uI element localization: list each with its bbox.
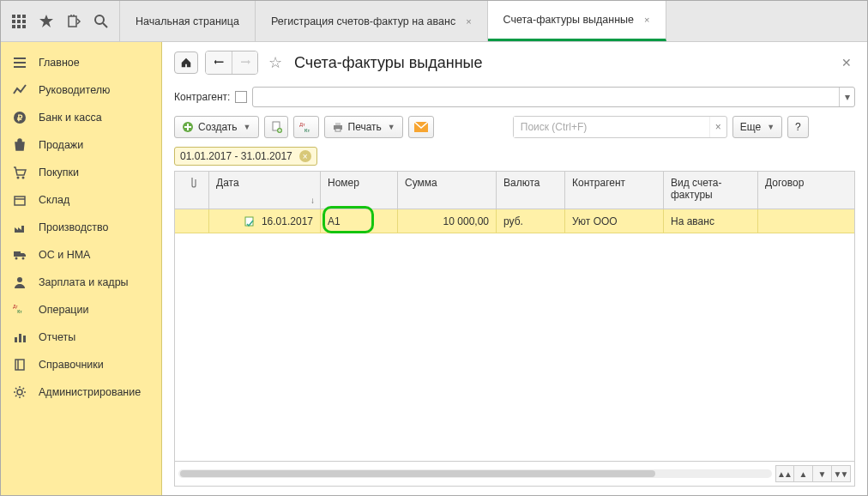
help-button[interactable]: ? [787, 116, 809, 138]
sidebar-label: Склад [39, 194, 69, 206]
sidebar-item-bank[interactable]: ₽Банк и касса [1, 104, 161, 131]
forward-button[interactable]: 🠖 [232, 51, 257, 74]
nav-down-button[interactable]: ▼ [813, 465, 832, 482]
sidebar-label: Главное [39, 57, 80, 69]
search-input[interactable] [514, 117, 709, 137]
svg-rect-8 [22, 25, 26, 28]
table-row[interactable]: 16.01.2017 А1 10 000,00 руб. Уют ООО На … [175, 209, 854, 233]
sidebar-item-assets[interactable]: ОС и НМА [1, 241, 161, 269]
home-button[interactable] [174, 51, 198, 74]
column-date[interactable]: Дата ↓ [209, 172, 321, 209]
svg-point-14 [17, 177, 20, 179]
nav-first-button[interactable]: ▲▲ [775, 465, 794, 482]
svg-rect-7 [17, 25, 21, 28]
search-box[interactable]: × [513, 116, 727, 138]
column-contractor[interactable]: Контрагент [565, 172, 664, 209]
factory-icon [13, 221, 27, 234]
chevron-down-icon: ▼ [388, 123, 395, 131]
column-sum[interactable]: Сумма [398, 172, 497, 209]
chevron-down-icon: ▼ [767, 123, 775, 131]
svg-rect-24 [23, 336, 26, 342]
contractor-field[interactable] [253, 88, 839, 106]
help-label: ? [795, 121, 801, 133]
operations-icon: ДтКт [13, 303, 27, 317]
cell-type: На аванс [664, 209, 758, 233]
chevron-down-icon[interactable]: ▾ [839, 88, 854, 106]
star-icon[interactable] [39, 14, 54, 29]
ruble-icon: ₽ [13, 111, 27, 124]
sidebar-item-main[interactable]: Главное [1, 49, 161, 76]
create-label: Создать [198, 121, 238, 133]
sidebar-item-manager[interactable]: Руководителю [1, 76, 161, 104]
clear-date-filter-icon[interactable]: × [299, 150, 311, 162]
svg-rect-5 [22, 20, 26, 23]
contractor-input[interactable]: ▾ [252, 87, 855, 107]
operations-button[interactable]: ДтКт [293, 116, 319, 138]
svg-line-11 [103, 23, 107, 27]
tab-advance-invoices[interactable]: Регистрация счетов-фактур на аванс × [256, 1, 488, 41]
svg-text:Кт: Кт [304, 128, 310, 133]
tab-label: Счета-фактуры выданные [503, 14, 634, 26]
contractor-checkbox[interactable] [235, 91, 247, 103]
history-icon[interactable] [66, 14, 81, 29]
page-title: Счета-фактуры выданные [294, 54, 483, 72]
nav-last-button[interactable]: ▼▼ [832, 465, 851, 482]
contractor-label: Контрагент: [174, 91, 230, 103]
sidebar-label: Администрирование [39, 386, 141, 398]
copy-button[interactable] [264, 116, 288, 138]
sidebar-item-catalogs[interactable]: Справочники [1, 351, 161, 378]
chart-icon [13, 83, 27, 97]
tab-home[interactable]: Начальная страница [120, 1, 256, 41]
sidebar-item-warehouse[interactable]: Склад [1, 186, 161, 214]
sidebar-item-production[interactable]: Производство [1, 214, 161, 241]
sort-indicator-icon: ↓ [310, 196, 315, 205]
cell-sum: 10 000,00 [398, 209, 497, 233]
apps-icon[interactable] [11, 14, 27, 29]
person-icon [13, 275, 27, 289]
horizontal-scrollbar[interactable] [178, 469, 772, 478]
column-invoice-type[interactable]: Вид счета-фактуры [664, 172, 758, 209]
tab-issued-invoices[interactable]: Счета-фактуры выданные × [488, 1, 666, 41]
sidebar-label: Продажи [39, 139, 83, 151]
sidebar-label: Банк и касса [39, 112, 102, 124]
date-filter-badge[interactable]: 01.01.2017 - 31.01.2017 × [174, 147, 317, 166]
sidebar-label: Отчеты [39, 331, 75, 343]
close-icon[interactable]: × [466, 16, 471, 27]
column-currency[interactable]: Валюта [497, 172, 565, 209]
sidebar-item-hr[interactable]: Зарплата и кадры [1, 269, 161, 296]
column-number[interactable]: Номер [321, 172, 398, 209]
close-icon[interactable]: × [644, 15, 649, 25]
svg-point-10 [95, 15, 104, 24]
svg-text:Дт: Дт [299, 122, 305, 127]
close-page-icon[interactable]: ✕ [838, 52, 855, 73]
more-label: Еще [740, 121, 761, 133]
search-icon[interactable] [93, 14, 109, 29]
more-button[interactable]: Еще ▼ [732, 116, 782, 138]
svg-point-15 [22, 177, 25, 179]
email-button[interactable] [408, 116, 434, 138]
svg-point-18 [22, 257, 25, 260]
print-button[interactable]: Печать ▼ [324, 116, 403, 138]
back-button[interactable]: 🠔 [206, 51, 232, 74]
gear-icon [13, 385, 27, 399]
invoice-table: Дата ↓ Номер Сумма Валюта Контрагент Вид… [174, 171, 855, 487]
sidebar-label: Руководителю [39, 84, 110, 96]
sidebar-item-admin[interactable]: Администрирование [1, 378, 161, 406]
sidebar-label: Производство [39, 221, 109, 233]
clear-search-icon[interactable]: × [709, 117, 726, 137]
sidebar-label: Операции [39, 304, 88, 316]
column-contract[interactable]: Договор [758, 172, 854, 209]
sidebar-label: Зарплата и кадры [39, 276, 129, 288]
column-attachment[interactable] [175, 172, 209, 209]
sidebar: Главное Руководителю ₽Банк и касса Прода… [1, 42, 162, 495]
create-button[interactable]: Создать ▼ [174, 116, 259, 138]
box-icon [13, 193, 27, 207]
nav-up-button[interactable]: ▲ [794, 465, 813, 482]
sidebar-item-purchases[interactable]: Покупки [1, 159, 161, 186]
sidebar-item-reports[interactable]: Отчеты [1, 324, 161, 351]
favorite-star-icon[interactable]: ☆ [268, 53, 286, 72]
tab-label: Начальная страница [136, 15, 239, 27]
svg-point-27 [17, 390, 22, 395]
sidebar-item-sales[interactable]: Продажи [1, 131, 161, 159]
sidebar-item-operations[interactable]: ДтКтОперации [1, 296, 161, 324]
